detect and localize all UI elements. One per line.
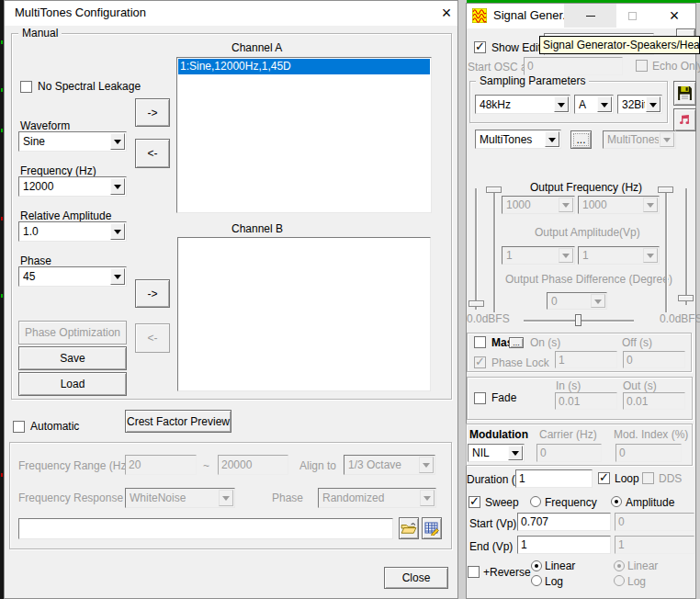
mask-off-label: Off (s) <box>622 336 652 349</box>
fade-label: Fade <box>491 391 516 404</box>
table-pencil-icon <box>424 521 439 536</box>
linear-a-label: Linear <box>545 559 575 572</box>
sweep-amplitude-radio[interactable] <box>611 496 622 507</box>
crest-factor-preview-button[interactable]: Crest Factor Preview <box>125 410 231 433</box>
dds-checkbox <box>642 472 654 484</box>
signal-generator-close-button[interactable]: × <box>663 4 685 28</box>
sampling-channel-value: A <box>579 98 596 111</box>
close-icon: × <box>442 5 452 21</box>
output-phase-value: 0 <box>551 295 590 308</box>
end-vp-a-input[interactable] <box>517 536 611 554</box>
frequency-combo[interactable]: 12000 <box>18 176 127 197</box>
waveform-value: Sine <box>23 135 109 148</box>
mask-config-button[interactable]: ... <box>509 337 524 348</box>
background-artifact <box>1 88 3 92</box>
dropdown-arrow-icon <box>660 132 674 147</box>
automatic-checkbox[interactable] <box>13 421 25 433</box>
dropdown-arrow-icon[interactable] <box>554 96 569 112</box>
sweep-frequency-radio[interactable] <box>530 496 541 507</box>
dropdown-arrow-icon[interactable] <box>110 133 125 150</box>
frequency-response-value: WhiteNoise <box>130 492 218 504</box>
save-signal-button[interactable] <box>673 81 696 106</box>
add-to-channel-b-button[interactable]: -> <box>135 279 170 308</box>
dropdown-arrow-icon <box>643 198 658 212</box>
amplitude-slider-a-thumb[interactable] <box>469 300 484 307</box>
amplitude-slider-b-thumb[interactable] <box>678 295 694 301</box>
ellipsis-icon: ... <box>513 338 520 347</box>
fine-slider-b-track <box>665 186 667 312</box>
dropdown-arrow-icon[interactable] <box>110 268 125 285</box>
carrier-label: Carrier (Hz) <box>539 428 597 441</box>
sampling-bits-value: 32Bit <box>622 98 645 111</box>
frequency-range-min-input <box>125 455 197 475</box>
no-spectral-leakage-checkbox[interactable] <box>20 81 32 93</box>
open-file-button[interactable] <box>399 517 419 539</box>
waveform-label: Waveform <box>20 119 70 132</box>
phase-value: 45 <box>23 270 109 283</box>
echo-only-checkbox <box>636 60 648 72</box>
channel-a-selected-item[interactable]: 1:Sine,12000Hz,1,45D <box>178 59 430 74</box>
music-editor-button[interactable] <box>673 108 696 131</box>
dropdown-arrow-icon[interactable] <box>597 96 612 112</box>
close-button[interactable]: Close <box>384 567 448 589</box>
signal-generator-title: Signal Gener... <box>493 9 572 22</box>
remove-from-channel-a-button[interactable]: <- <box>135 139 170 168</box>
phase-combo[interactable]: 45 <box>18 266 127 287</box>
sweep-checkbox[interactable] <box>469 496 480 508</box>
background-artifact <box>1 217 3 220</box>
echo-only-label: Echo Only <box>652 60 700 73</box>
crest-factor-preview-label: Crest Factor Preview <box>127 415 230 428</box>
loop-checkbox[interactable] <box>598 472 610 484</box>
auto-phase-label: Phase <box>272 492 303 504</box>
load-label: Load <box>61 378 85 390</box>
mod-index-input <box>615 444 682 462</box>
add-to-channel-a-button[interactable]: -> <box>135 98 170 127</box>
sampling-rate-combo[interactable]: 48kHz <box>475 95 570 114</box>
wave-type-a-combo[interactable]: MultiTones <box>475 130 561 149</box>
dropdown-arrow-icon[interactable] <box>110 178 125 195</box>
sweep-amplitude-label: Amplitude <box>626 496 674 509</box>
dropdown-arrow-icon[interactable] <box>545 131 559 147</box>
sampling-bits-combo[interactable]: 32Bit <box>617 95 662 114</box>
fine-slider-a-thumb[interactable] <box>486 186 502 193</box>
dropdown-arrow-icon <box>559 198 573 212</box>
reverse-checkbox[interactable] <box>468 566 480 578</box>
auto-phase-combo: Randomized <box>318 488 436 508</box>
linear-b-radio <box>614 560 625 571</box>
close-button-label: Close <box>402 571 431 584</box>
save-button[interactable]: Save <box>18 346 127 370</box>
no-spectral-leakage-label: No Spectral Leakage <box>38 80 141 93</box>
fine-slider-b-thumb[interactable] <box>658 186 673 193</box>
dropdown-arrow-icon[interactable] <box>110 223 125 240</box>
mask-checkbox[interactable] <box>474 336 486 348</box>
left-arrow-icon: <- <box>147 332 157 345</box>
maximize-icon <box>628 12 637 20</box>
edit-table-button[interactable] <box>422 517 442 539</box>
dbfs-right-label: 0.0dBFS <box>660 312 700 325</box>
relative-amplitude-combo[interactable]: 1.0 <box>18 221 127 242</box>
show-editor-checkbox[interactable] <box>474 41 486 53</box>
fade-checkbox[interactable] <box>474 392 486 404</box>
modulation-value: NIL <box>472 446 507 459</box>
load-button[interactable]: Load <box>18 372 127 396</box>
modulation-label: Modulation <box>469 428 528 441</box>
sweep-frequency-label: Frequency <box>545 496 597 509</box>
multitones-config-button[interactable]: ... <box>570 130 592 149</box>
channel-b-list[interactable] <box>177 237 431 391</box>
start-vp-a-input[interactable] <box>517 513 611 531</box>
log-a-radio[interactable] <box>531 575 542 586</box>
modulation-combo[interactable]: NIL <box>468 444 525 462</box>
balance-slider-thumb[interactable] <box>575 314 581 326</box>
music-notes-icon <box>678 113 692 127</box>
duration-input[interactable] <box>515 469 593 488</box>
remove-from-channel-b-button: <- <box>135 323 170 353</box>
linear-a-radio[interactable] <box>531 560 542 571</box>
waveform-combo[interactable]: Sine <box>18 131 127 152</box>
minimize-button[interactable] <box>564 4 616 28</box>
dropdown-arrow-icon[interactable] <box>508 446 523 460</box>
channel-a-list[interactable]: 1:Sine,12000Hz,1,45D <box>176 57 432 213</box>
dropdown-arrow-icon[interactable] <box>646 96 660 112</box>
sampling-channel-combo[interactable]: A <box>574 95 614 114</box>
multitones-close-button[interactable]: × <box>437 4 456 22</box>
sweep-label: Sweep <box>485 496 519 509</box>
